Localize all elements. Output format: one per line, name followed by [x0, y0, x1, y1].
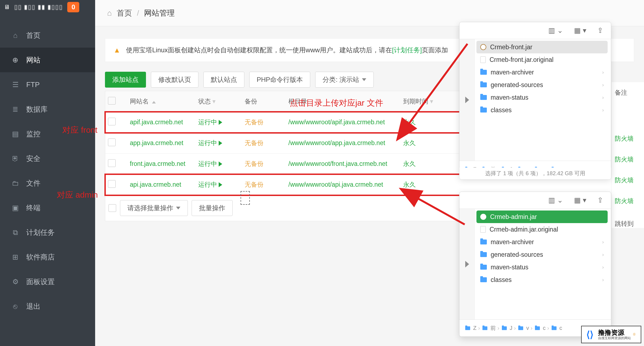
sidebar-item-apps[interactable]: ⊞软件商店 [0, 245, 95, 269]
site-name-link[interactable]: api.java.crmeb.net [130, 181, 198, 188]
php-cli-button[interactable]: PHP命令行版本 [249, 72, 310, 88]
play-icon [219, 141, 222, 146]
monitor-icon: ▤ [11, 130, 19, 138]
firewall-link[interactable]: 防火墙 [615, 128, 641, 149]
modify-default-button[interactable]: 修改默认页 [151, 72, 198, 88]
share-icon[interactable]: ⇪ [597, 196, 603, 204]
sidebar-item-schedule[interactable]: ⧉计划任务 [0, 220, 95, 245]
col-backup[interactable]: 备份 [245, 97, 288, 106]
shield-icon: ⛨ [11, 155, 19, 162]
notice-pre: 使用宝塔Linux面板创建站点时会自动创建权限配置，统一使用www用户。建站成功… [126, 46, 392, 54]
backup-link[interactable]: 无备份 [245, 139, 288, 147]
folder-icon: 🗀 [11, 179, 19, 187]
root-dir-link[interactable]: /www/wwwroot/front.java.crmeb.net [288, 160, 403, 168]
row-checkbox[interactable] [108, 180, 116, 188]
row-checkbox[interactable] [108, 159, 116, 167]
notification-badge[interactable]: 0 [67, 2, 79, 12]
finder-item[interactable]: Crmeb-front.jar [476, 41, 608, 53]
folder-icon [552, 326, 557, 330]
root-dir-link[interactable]: /www/wwwroot/api.java.crmeb.net [288, 181, 403, 188]
icons-view-icon[interactable]: ▦ ▾ [574, 196, 586, 204]
site-name-link[interactable]: front.java.crmeb.net [130, 160, 198, 168]
columns-view-icon[interactable]: ▥ ⌄ [548, 26, 563, 35]
warning-icon: ▲ [113, 46, 121, 54]
firewall-link[interactable]: 防火墙 [615, 149, 641, 170]
expire-text: 永久 [403, 139, 452, 147]
finder-file-list: Crmeb-admin.jarCrmeb-admin.jar.originalm… [475, 209, 611, 319]
finder-item[interactable]: generated-sources› [476, 248, 608, 261]
expire-text: 永久 [403, 118, 452, 126]
columns-view-icon[interactable]: ▥ ⌄ [548, 196, 563, 204]
category-dropdown[interactable]: 分类: 演示站 [315, 72, 373, 88]
row-checkbox[interactable] [108, 139, 116, 146]
site-status[interactable]: 运行中 [198, 118, 245, 126]
logo-sub: 自搜互联网资源的网站 [598, 336, 631, 340]
firewall-link[interactable]: 防火墙 [615, 170, 641, 191]
right-actions-column: 备注 防火墙 防火墙 防火墙 防火墙 跳转到 [611, 82, 644, 228]
finder-item[interactable]: classes› [476, 104, 608, 116]
sidebar-item-label: 软件商店 [26, 252, 55, 262]
finder-item[interactable]: maven-archiver› [476, 66, 608, 79]
add-site-button[interactable]: 添加站点 [105, 72, 146, 88]
sidebar-item-label: 退出 [26, 302, 40, 311]
batch-select[interactable]: 请选择批量操作 [120, 200, 188, 216]
site-status[interactable]: 运行中 [198, 180, 245, 189]
col-name[interactable]: 网站名 [130, 97, 198, 106]
finder-item[interactable]: maven-status› [476, 261, 608, 273]
share-icon[interactable]: ⇪ [597, 26, 603, 35]
folder-icon [480, 82, 487, 87]
col-expire[interactable]: 到期时间 ▾ [403, 97, 452, 106]
file-name: maven-archiver [491, 69, 534, 76]
sidebar-item-globe[interactable]: ⊕网站 [0, 48, 95, 72]
sidebar-item-settings[interactable]: ⚙面板设置 [0, 269, 95, 294]
col-status[interactable]: 状态 ▾ [198, 97, 245, 106]
root-dir-link[interactable]: /www/wwwroot/app.java.crmeb.net [288, 139, 403, 147]
row-checkbox[interactable] [108, 118, 116, 125]
sidebar-item-database[interactable]: ≣数据库 [0, 97, 95, 122]
select-all-checkbox[interactable] [108, 97, 116, 105]
sidebar-item-logout[interactable]: ⎋退出 [0, 294, 95, 319]
finder-item[interactable]: Crmeb-admin.jar.original [476, 223, 608, 236]
jump-to: 跳转到 [615, 211, 641, 228]
site-status[interactable]: 运行中 [198, 139, 245, 147]
finder-item[interactable]: classes› [476, 273, 608, 286]
logo-icon: ⟨⟩ [584, 328, 596, 341]
sidebar-header: 🖥 ▯▯ ▮▯▯ ▮▮ ▮▯▯▯ 0 [0, 0, 95, 14]
batch-checkbox[interactable] [109, 204, 116, 212]
finder-item[interactable]: Crmeb-admin.jar [476, 211, 608, 223]
annotation-front: 对应 front [62, 125, 97, 136]
finder-nav-col[interactable] [459, 39, 475, 161]
site-name-link[interactable]: apif.java.crmeb.net [130, 119, 198, 126]
sidebar-item-home[interactable]: ⌂首页 [0, 23, 95, 48]
finder-nav-col[interactable] [459, 209, 475, 319]
icons-view-icon[interactable]: ▦ ▾ [574, 26, 586, 35]
default-site-button[interactable]: 默认站点 [203, 72, 244, 88]
sidebar-item-shield[interactable]: ⛨安全 [0, 146, 95, 171]
site-name-link[interactable]: app.java.crmeb.net [130, 139, 198, 147]
apps-icon: ⊞ [11, 253, 19, 261]
finder-item[interactable]: maven-archiver› [476, 236, 608, 248]
finder-item[interactable]: maven-status› [476, 91, 608, 104]
batch-action-button[interactable]: 批量操作 [192, 200, 233, 216]
site-status[interactable]: 运行中 [198, 160, 245, 168]
backup-link[interactable]: 无备份 [245, 160, 288, 168]
backup-link[interactable]: 无备份 [245, 118, 288, 126]
sidebar-item-label: 计划任务 [26, 228, 55, 237]
folder-icon [482, 326, 487, 330]
notice-link[interactable]: [计划任务] [392, 46, 422, 54]
monitor-icon: 🖥 [4, 4, 10, 11]
folder-icon [480, 240, 487, 244]
sidebar-item-label: 安全 [26, 154, 40, 163]
breadcrumb-home[interactable]: 首页 [117, 8, 132, 18]
masked-text: ▯▯ ▮▯▯ ▮▮ ▮▯▯▯ [14, 4, 63, 11]
finder-item[interactable]: Crmeb-front.jar.original [476, 53, 608, 66]
finder-item[interactable]: generated-sources› [476, 79, 608, 91]
sidebar-item-ftp[interactable]: ☰FTP [0, 72, 95, 97]
file-name: generated-sources [491, 251, 543, 258]
root-dir-link[interactable]: /www/wwwroot/apif.java.crmeb.net [288, 119, 403, 126]
chevron-right-icon: › [602, 95, 604, 100]
firewall-link[interactable]: 防火墙 [615, 191, 641, 211]
backup-link[interactable]: 无备份 [245, 180, 288, 189]
chevron-right-icon: › [602, 82, 604, 88]
logo-title: 撸撸资源 [598, 329, 631, 336]
